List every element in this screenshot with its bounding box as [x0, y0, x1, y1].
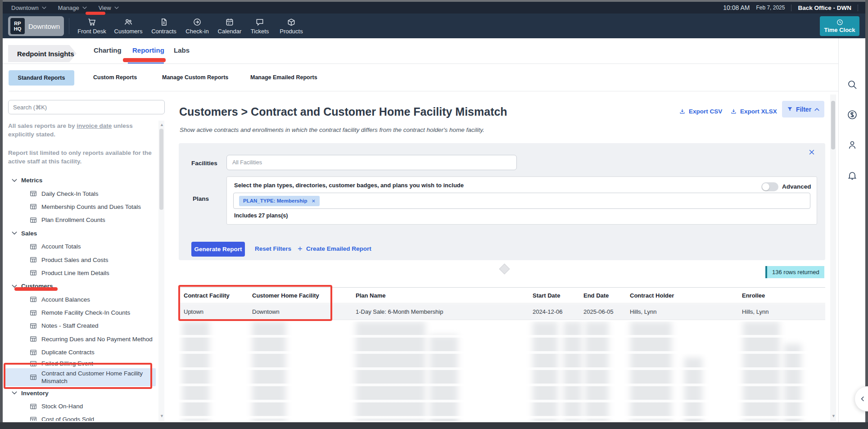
chat-bubble-icon — [255, 18, 264, 27]
subtab-custom-reports[interactable]: Custom Reports — [93, 74, 137, 81]
tree-item-account-balances[interactable]: Account Balances — [5, 293, 159, 306]
tree-item-remote-facility-check-in[interactable]: Remote Facility Check-In Counts — [5, 306, 159, 319]
nav-calendar[interactable]: Calendar — [213, 15, 246, 37]
export-xlsx-button[interactable]: Export XLSX — [730, 108, 777, 115]
tree-section-inventory[interactable]: Inventory — [5, 386, 159, 399]
nav-tickets[interactable]: Tickets — [246, 15, 274, 37]
plan-type-chip[interactable]: PLAN_TYPE: Membership — [239, 196, 320, 206]
tree-item-daily-check-in-totals[interactable]: Daily Check-In Totals — [5, 187, 159, 200]
tree-item-stock-on-hand[interactable]: Stock On-Hand — [5, 400, 159, 413]
toggle-knob — [762, 183, 769, 190]
profile-icon[interactable] — [847, 140, 858, 150]
nav-customers[interactable]: Customers — [110, 15, 147, 37]
plans-input-field[interactable]: PLAN_TYPE: Membership — [233, 193, 810, 209]
create-emailed-report-button[interactable]: Create Emailed Report — [297, 245, 371, 252]
tree-item-duplicate-contracts[interactable]: Duplicate Contracts — [5, 346, 159, 359]
tree-item-contract-customer-home-facility-mismatch[interactable]: Contract and Customer Home Facility Mism… — [5, 368, 156, 386]
chip-label: PLAN_TYPE: Membership — [243, 198, 307, 203]
menu-downtown[interactable]: Downtown — [11, 5, 46, 11]
tree-section-label: Metrics — [21, 177, 42, 184]
nav-products[interactable]: Products — [274, 15, 309, 37]
column-header-contract-facility[interactable]: Contract Facility — [184, 292, 252, 299]
search-icon[interactable] — [847, 79, 858, 90]
divider — [9, 91, 839, 91]
scroll-down-icon[interactable]: ▼ — [160, 414, 164, 418]
advanced-toggle[interactable] — [761, 182, 778, 191]
tab-reporting[interactable]: Reporting — [132, 46, 164, 54]
column-header-customer-home-facility[interactable]: Customer Home Facility — [252, 292, 356, 299]
cell-contract-holder: Hills, Lynn — [630, 308, 742, 315]
tree-item-label: Notes - Staff Created — [41, 322, 99, 329]
tree-item-notes-staff-created[interactable]: Notes - Staff Created — [5, 319, 159, 332]
column-header-contract-holder[interactable]: Contract Holder — [630, 292, 742, 299]
chevron-up-icon — [814, 108, 819, 111]
column-header-end-date[interactable]: End Date — [583, 292, 630, 299]
nav-label: Customers — [114, 28, 143, 35]
tree-item-cost-of-goods-sold[interactable]: Cost of Goods Sold — [5, 413, 159, 421]
tree-section-metrics[interactable]: Metrics — [5, 174, 159, 187]
tree-item-label: Plan Enrollment Counts — [41, 217, 105, 223]
column-header-plan-name[interactable]: Plan Name — [356, 292, 533, 299]
billing-dollar-icon[interactable] — [847, 109, 858, 120]
table-row[interactable]: Uptown Downtown 1-Day Sale: 6-Month Memb… — [179, 304, 825, 320]
chevron-down-icon — [82, 6, 87, 9]
tree-item-product-line-item-details[interactable]: Product Line Item Details — [5, 266, 159, 280]
tree-item-membership-counts[interactable]: Membership Counts and Dues Totals — [5, 200, 159, 213]
column-header-enrollee[interactable]: Enrollee — [742, 292, 825, 299]
tree-item-product-sales-costs[interactable]: Product Sales and Costs — [5, 253, 159, 266]
menu-downtown-label: Downtown — [11, 5, 39, 11]
sidebar-scroll-thumb[interactable] — [159, 129, 163, 210]
main-scrollbar[interactable]: ▼ — [830, 95, 836, 421]
tree-item-recurring-dues[interactable]: Recurring Dues and No Payment Method — [5, 333, 159, 346]
scroll-up-icon[interactable]: ▲ — [160, 123, 164, 127]
chip-remove-icon[interactable] — [312, 199, 316, 203]
report-search-input[interactable] — [8, 100, 165, 114]
tree-item-account-totals[interactable]: Account Totals — [5, 240, 159, 253]
tree-item-label: Product Sales and Costs — [41, 257, 108, 263]
menu-manage-label: Manage — [58, 5, 79, 11]
tree-section-customers[interactable]: Customers — [5, 280, 159, 293]
column-header-start-date[interactable]: Start Date — [533, 292, 583, 299]
page-subtitle: Show active contracts and enrollments in… — [180, 126, 484, 133]
subtab-manage-custom-reports[interactable]: Manage Custom Reports — [162, 74, 228, 81]
tree-item-label: Contract and Customer Home Facility Mism… — [41, 370, 152, 385]
invoice-date-link: invoice date — [77, 122, 112, 129]
office-mode-label[interactable]: Back Office - DWN — [798, 5, 851, 11]
sidebar-note-1: All sales reports are by invoice date un… — [8, 122, 158, 139]
nav-front-desk[interactable]: Front Desk — [74, 15, 110, 37]
tree-item-plan-enrollment-counts[interactable]: Plan Enrollment Counts — [5, 213, 159, 226]
download-icon — [730, 108, 737, 115]
tree-item-label: Membership Counts and Dues Totals — [41, 203, 141, 210]
menu-manage[interactable]: Manage — [58, 5, 87, 11]
nav-check-in[interactable]: Check-in — [181, 15, 213, 37]
download-icon — [679, 108, 686, 115]
subtab-manage-emailed-reports[interactable]: Manage Emailed Reports — [250, 74, 317, 81]
facility-switcher-button[interactable]: RP HQ Downtown — [8, 16, 64, 36]
notifications-bell-icon[interactable] — [847, 170, 858, 181]
tab-labs[interactable]: Labs — [174, 46, 190, 54]
tree-item-failed-billing-event[interactable]: Failed Billing Event — [5, 359, 159, 368]
export-csv-button[interactable]: Export CSV — [679, 108, 722, 115]
generate-report-button[interactable]: Generate Report — [191, 242, 245, 257]
main-scroll-thumb[interactable] — [831, 101, 835, 149]
subtab-standard-reports[interactable]: Standard Reports — [9, 70, 74, 86]
tree-item-label: Product Line Item Details — [41, 270, 109, 276]
filter-toggle-button[interactable]: Filter — [782, 101, 824, 117]
logo-line2: HQ — [14, 26, 22, 32]
tree-section-sales[interactable]: Sales — [5, 227, 159, 240]
menu-view[interactable]: View — [99, 5, 119, 11]
close-icon[interactable] — [808, 149, 815, 156]
note-text: All sales reports are by — [8, 122, 77, 129]
reset-filters-button[interactable]: Reset Filters — [255, 245, 291, 252]
tab-charting[interactable]: Charting — [94, 46, 122, 54]
nav-contracts[interactable]: Contracts — [147, 15, 181, 37]
window-bottom-scroll-area[interactable] — [0, 422, 868, 429]
nav-label: Front Desk — [77, 28, 106, 35]
plans-selector-box: Select the plan types, directories, cust… — [226, 176, 817, 225]
chevron-left-icon — [859, 395, 867, 402]
chevron-down-icon — [12, 391, 17, 395]
time-clock-button[interactable]: Time Clock — [820, 16, 859, 36]
panel-resize-handle[interactable] — [499, 263, 510, 274]
facilities-input[interactable] — [226, 155, 517, 170]
scroll-down-icon[interactable]: ▼ — [832, 414, 836, 418]
